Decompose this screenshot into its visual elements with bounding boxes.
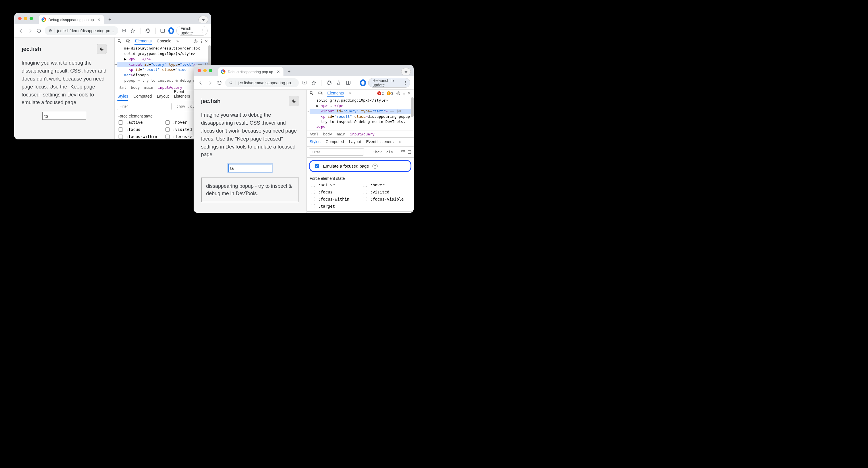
- side-panel-icon[interactable]: [345, 79, 352, 87]
- close-tab-icon[interactable]: ✕: [277, 69, 280, 74]
- style-rules[interactable]: element.style { }: [307, 211, 414, 213]
- hov-toggle[interactable]: :hov: [176, 104, 185, 108]
- extensions-icon[interactable]: [145, 27, 151, 35]
- query-input[interactable]: [42, 112, 86, 120]
- computed-tab[interactable]: Computed: [326, 138, 344, 146]
- devtools-tab-more[interactable]: »: [176, 37, 179, 45]
- settings-icon[interactable]: [193, 39, 198, 43]
- pseudo-target[interactable]: :target: [310, 203, 359, 209]
- dark-mode-toggle[interactable]: [289, 96, 299, 106]
- site-controls-icon[interactable]: ⚙: [49, 28, 52, 33]
- pseudo-visited[interactable]: :visited: [362, 189, 411, 195]
- browser-window-b: Debug disappearing pop up ✕ ＋ ⚙ jec.fish…: [194, 65, 414, 213]
- close-tab-icon[interactable]: ✕: [97, 17, 101, 22]
- extensions-icon[interactable]: [326, 79, 333, 87]
- dark-mode-toggle[interactable]: [97, 44, 107, 54]
- styles-tab[interactable]: Styles: [310, 138, 320, 146]
- pseudo-hover[interactable]: :hover: [362, 182, 411, 188]
- window-close-icon[interactable]: [197, 69, 201, 72]
- bookmark-icon[interactable]: [129, 27, 136, 35]
- breadcrumb[interactable]: html body main input#query: [307, 131, 414, 138]
- reload-button[interactable]: [35, 27, 42, 35]
- inspect-icon[interactable]: [310, 91, 314, 96]
- computed-side-icon[interactable]: [407, 150, 411, 154]
- pseudo-focus[interactable]: :focus: [310, 189, 359, 195]
- window-minimize-icon[interactable]: [24, 17, 27, 20]
- inspect-icon[interactable]: [117, 39, 122, 43]
- crumb-main[interactable]: main: [337, 132, 345, 136]
- browser-tab[interactable]: Debug disappearing pop up ✕: [39, 15, 104, 24]
- favicon-icon: [41, 17, 46, 22]
- styles-tab[interactable]: Styles: [117, 92, 128, 101]
- pseudo-focus-within[interactable]: :focus-within: [117, 134, 161, 139]
- forward-button[interactable]: [27, 27, 34, 35]
- computed-tab[interactable]: Computed: [133, 92, 152, 101]
- back-button[interactable]: [197, 79, 204, 87]
- address-bar[interactable]: ⚙ jec.fish/demo/disappearing-po…: [225, 78, 299, 87]
- devtools-tab-more[interactable]: »: [348, 90, 352, 97]
- back-button[interactable]: [18, 27, 25, 35]
- pseudo-focus-within[interactable]: :focus-within: [310, 196, 359, 202]
- install-app-icon[interactable]: [121, 27, 127, 35]
- listeners-tab[interactable]: Event Listeners: [366, 138, 394, 146]
- device-icon[interactable]: [318, 91, 323, 96]
- tab-search-button[interactable]: [401, 68, 411, 76]
- devtools-tab-elements[interactable]: Elements: [134, 37, 152, 45]
- elements-source[interactable]: solid gray;padding:10px}</style> ▶ <p> ……: [307, 97, 414, 131]
- tab-search-button[interactable]: [198, 16, 208, 23]
- flex-grid-icon[interactable]: [401, 150, 405, 154]
- new-style-rule-icon[interactable]: ＋: [395, 149, 399, 154]
- update-button[interactable]: Finish update: [176, 26, 208, 35]
- styles-more[interactable]: »: [399, 138, 401, 146]
- crumb-current[interactable]: input#query: [350, 132, 374, 136]
- profile-avatar-icon[interactable]: [168, 27, 174, 34]
- hov-toggle[interactable]: :hov: [373, 150, 381, 154]
- window-zoom-icon[interactable]: [209, 69, 212, 72]
- error-count[interactable]: ✕2: [377, 91, 384, 96]
- crumb-body[interactable]: body: [323, 132, 332, 136]
- styles-filter-input[interactable]: [117, 103, 172, 110]
- window-minimize-icon[interactable]: [203, 69, 207, 72]
- kebab-icon[interactable]: [201, 39, 202, 43]
- profile-avatar-icon[interactable]: [360, 79, 366, 86]
- update-button[interactable]: Relaunch to update: [368, 78, 410, 88]
- devtools-tab-elements[interactable]: Elements: [327, 90, 344, 97]
- kebab-icon[interactable]: [403, 91, 405, 95]
- styles-filter-input[interactable]: [309, 148, 364, 156]
- site-controls-icon[interactable]: ⚙: [229, 81, 233, 85]
- browser-tab[interactable]: Debug disappearing pop up ✕: [218, 67, 283, 76]
- devtools-close-icon[interactable]: ✕: [205, 39, 208, 43]
- scrollbar-thumb[interactable]: [411, 97, 414, 117]
- emulate-focused-checkbox[interactable]: [315, 164, 319, 168]
- devtools-tab-console[interactable]: Console: [156, 37, 172, 45]
- device-icon[interactable]: [126, 39, 130, 43]
- query-input[interactable]: [228, 164, 272, 172]
- settings-icon[interactable]: [396, 91, 401, 96]
- window-close-icon[interactable]: [18, 17, 22, 20]
- bookmark-icon[interactable]: [310, 79, 317, 87]
- layout-tab[interactable]: Layout: [157, 92, 169, 101]
- pseudo-active[interactable]: :active: [117, 119, 161, 125]
- install-app-icon[interactable]: [301, 79, 308, 87]
- new-tab-button[interactable]: ＋: [106, 16, 114, 23]
- window-zoom-icon[interactable]: [30, 17, 33, 20]
- crumb-html[interactable]: html: [310, 132, 318, 136]
- pseudo-focus-visible[interactable]: :focus-visible: [362, 196, 411, 202]
- devtools-close-icon[interactable]: ✕: [407, 91, 411, 96]
- reload-button[interactable]: [216, 79, 223, 87]
- pseudo-active[interactable]: :active: [310, 182, 359, 188]
- new-tab-button[interactable]: ＋: [285, 67, 293, 76]
- cls-toggle[interactable]: .cls: [384, 150, 393, 154]
- warning-count[interactable]: !3: [387, 91, 393, 96]
- crumb-html[interactable]: html: [117, 85, 126, 90]
- labs-icon[interactable]: [335, 79, 342, 87]
- crumb-body[interactable]: body: [131, 85, 140, 90]
- emulate-focused-page[interactable]: Emulate a focused page ?: [309, 160, 411, 172]
- address-bar[interactable]: ⚙ jec.fish/demo/disappearing-po…: [44, 26, 118, 35]
- pseudo-focus[interactable]: :focus: [117, 126, 161, 133]
- crumb-main[interactable]: main: [145, 85, 153, 90]
- layout-tab[interactable]: Layout: [349, 138, 361, 146]
- help-icon[interactable]: ?: [372, 164, 378, 169]
- forward-button[interactable]: [207, 79, 214, 87]
- side-panel-icon[interactable]: [159, 27, 166, 35]
